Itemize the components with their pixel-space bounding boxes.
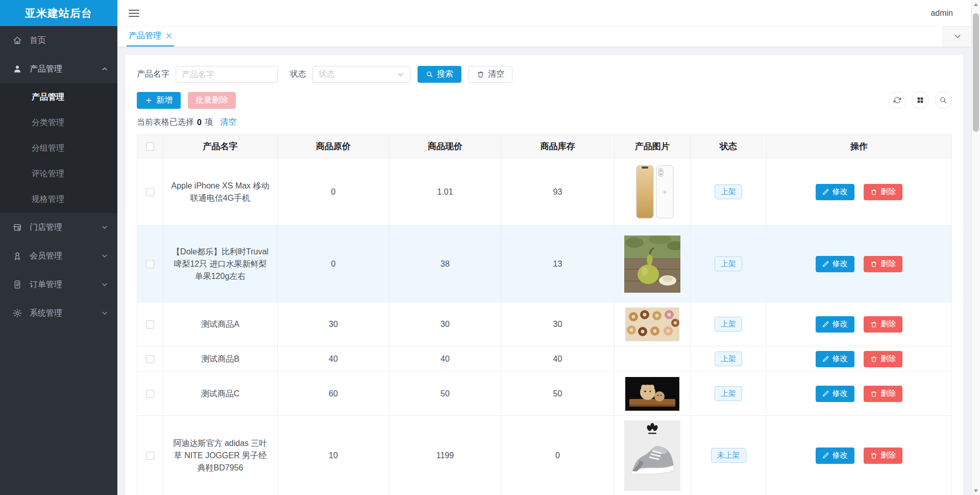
delete-button[interactable]: 删除 bbox=[864, 316, 902, 333]
sidebar-subitem-product[interactable]: 产品管理 bbox=[0, 84, 117, 110]
current-price: 1199 bbox=[389, 416, 501, 495]
row-checkbox[interactable] bbox=[146, 390, 154, 398]
product-name: 【Dole都乐】比利时Truval啤梨12只 进口水果新鲜梨 单果120g左右 bbox=[163, 226, 278, 302]
table-row: 测试商品B 40 40 40 上架 修改 删除 bbox=[137, 346, 952, 372]
col-original-price: 商品原价 bbox=[278, 135, 389, 158]
selection-count: 0 bbox=[197, 118, 202, 127]
sidebar-subitem-comment[interactable]: 评论管理 bbox=[0, 161, 117, 186]
original-price: 30 bbox=[278, 302, 389, 346]
chevron-down-icon bbox=[101, 281, 108, 288]
edit-button[interactable]: 修改 bbox=[816, 184, 854, 200]
product-submenu: 产品管理 分类管理 分组管理 评论管理 规格管理 bbox=[0, 83, 117, 213]
clear-selection-link[interactable]: 清空 bbox=[220, 117, 236, 128]
trash-icon bbox=[870, 390, 877, 397]
search-icon bbox=[426, 70, 433, 78]
sidebar-subitem-spec[interactable]: 规格管理 bbox=[0, 186, 117, 212]
trash-icon bbox=[870, 321, 877, 328]
delete-button[interactable]: 删除 bbox=[864, 351, 902, 367]
status-select-placeholder: 状态 bbox=[318, 69, 335, 80]
tab-product-management[interactable]: 产品管理 bbox=[127, 26, 174, 46]
status-select[interactable]: 状态 bbox=[312, 66, 410, 83]
product-name: 阿迪达斯官方 adidas 三叶草 NITE JOGGER 男子经典鞋BD795… bbox=[163, 416, 278, 495]
sidebar-item-system[interactable]: 系统管理 bbox=[0, 299, 117, 327]
sidebar-item-order[interactable]: 订单管理 bbox=[0, 270, 117, 299]
sidebar-item-store[interactable]: 门店管理 bbox=[0, 213, 117, 242]
row-checkbox[interactable] bbox=[146, 260, 154, 268]
table-row: 阿迪达斯官方 adidas 三叶草 NITE JOGGER 男子经典鞋BD795… bbox=[137, 416, 952, 495]
sidebar-subitem-group[interactable]: 分组管理 bbox=[0, 135, 117, 161]
member-icon bbox=[12, 251, 22, 261]
scroll-down-arrow-icon[interactable] bbox=[972, 486, 980, 495]
current-price: 50 bbox=[389, 372, 501, 416]
product-name-input[interactable] bbox=[176, 66, 278, 83]
chevron-down-icon bbox=[101, 252, 108, 260]
sidebar-item-member[interactable]: 会员管理 bbox=[0, 242, 117, 270]
original-price: 10 bbox=[278, 416, 389, 495]
status-badge: 上架 bbox=[715, 386, 742, 401]
user-name[interactable]: admin bbox=[930, 9, 953, 18]
content-area: 产品名字 状态 状态 搜索 清空 新增 批量删除 bbox=[117, 47, 971, 495]
density-button[interactable] bbox=[912, 91, 929, 109]
row-checkbox[interactable] bbox=[146, 452, 154, 460]
sidebar-item-label: 订单管理 bbox=[30, 279, 62, 290]
hamburger-menu-icon[interactable] bbox=[129, 10, 139, 17]
refresh-icon bbox=[893, 96, 901, 104]
delete-button[interactable]: 删除 bbox=[864, 256, 902, 272]
edit-button[interactable]: 修改 bbox=[816, 447, 854, 464]
status-badge: 上架 bbox=[715, 256, 742, 271]
trash-icon bbox=[870, 261, 877, 268]
row-checkbox[interactable] bbox=[146, 355, 154, 363]
column-search-button[interactable] bbox=[935, 91, 952, 109]
top-header: admin bbox=[117, 0, 971, 26]
sidebar: 亚米建站后台 首页 产品管理 产品管理 分类管理 分组管理 评论管理 规格管理 … bbox=[0, 0, 117, 495]
row-checkbox[interactable] bbox=[146, 188, 154, 196]
sidebar-subitem-category[interactable]: 分类管理 bbox=[0, 110, 117, 135]
tab-list-dropdown[interactable] bbox=[943, 26, 971, 46]
col-image: 产品图片 bbox=[615, 135, 691, 158]
table-row: 【Dole都乐】比利时Truval啤梨12只 进口水果新鲜梨 单果120g左右 … bbox=[137, 226, 952, 302]
chevron-down-icon bbox=[101, 224, 108, 231]
scrollbar-thumb[interactable] bbox=[973, 13, 979, 132]
sidebar-item-home[interactable]: 首页 bbox=[0, 26, 117, 55]
delete-button[interactable]: 删除 bbox=[864, 184, 902, 200]
batch-delete-button[interactable]: 批量删除 bbox=[188, 92, 236, 109]
edit-button[interactable]: 修改 bbox=[816, 316, 854, 333]
row-checkbox[interactable] bbox=[146, 320, 154, 328]
product-name: 测试商品A bbox=[163, 302, 278, 346]
product-name-label: 产品名字 bbox=[137, 69, 169, 80]
refresh-button[interactable] bbox=[889, 91, 906, 109]
sidebar-menu: 首页 产品管理 产品管理 分类管理 分组管理 评论管理 规格管理 门店管理 会员… bbox=[0, 26, 117, 327]
tab-bar: 产品管理 bbox=[117, 26, 971, 47]
status-label: 状态 bbox=[290, 69, 306, 80]
delete-button[interactable]: 删除 bbox=[864, 386, 902, 402]
chevron-up-icon bbox=[101, 65, 108, 73]
tab-close-icon[interactable] bbox=[166, 33, 172, 39]
product-name: 测试商品C bbox=[163, 372, 278, 416]
sidebar-item-label: 门店管理 bbox=[30, 222, 62, 233]
table-row: 测试商品C 60 50 50 bbox=[137, 372, 952, 416]
edit-button[interactable]: 修改 bbox=[816, 256, 854, 272]
sidebar-item-label: 首页 bbox=[30, 35, 46, 46]
current-price: 30 bbox=[389, 302, 501, 346]
search-button[interactable]: 搜索 bbox=[418, 66, 461, 83]
plus-icon bbox=[145, 97, 153, 104]
add-button[interactable]: 新增 bbox=[137, 92, 181, 109]
edit-button[interactable]: 修改 bbox=[816, 351, 854, 367]
delete-button[interactable]: 删除 bbox=[864, 447, 902, 464]
trash-icon bbox=[870, 452, 877, 459]
current-price: 38 bbox=[389, 226, 501, 302]
stock: 93 bbox=[501, 158, 615, 226]
product-image-sneaker bbox=[624, 420, 680, 491]
edit-button[interactable]: 修改 bbox=[816, 386, 854, 402]
order-icon bbox=[12, 279, 22, 290]
scroll-up-arrow-icon[interactable] bbox=[972, 0, 980, 9]
sidebar-item-product-root[interactable]: 产品管理 bbox=[0, 55, 117, 83]
original-price: 0 bbox=[278, 226, 389, 302]
original-price: 40 bbox=[278, 346, 389, 372]
trash-icon bbox=[870, 356, 877, 363]
vertical-scrollbar[interactable] bbox=[971, 0, 980, 495]
select-all-checkbox[interactable] bbox=[146, 143, 154, 151]
table-toolbar: 新增 批量删除 bbox=[137, 91, 952, 109]
pencil-icon bbox=[822, 390, 829, 397]
clear-button[interactable]: 清空 bbox=[469, 66, 512, 83]
